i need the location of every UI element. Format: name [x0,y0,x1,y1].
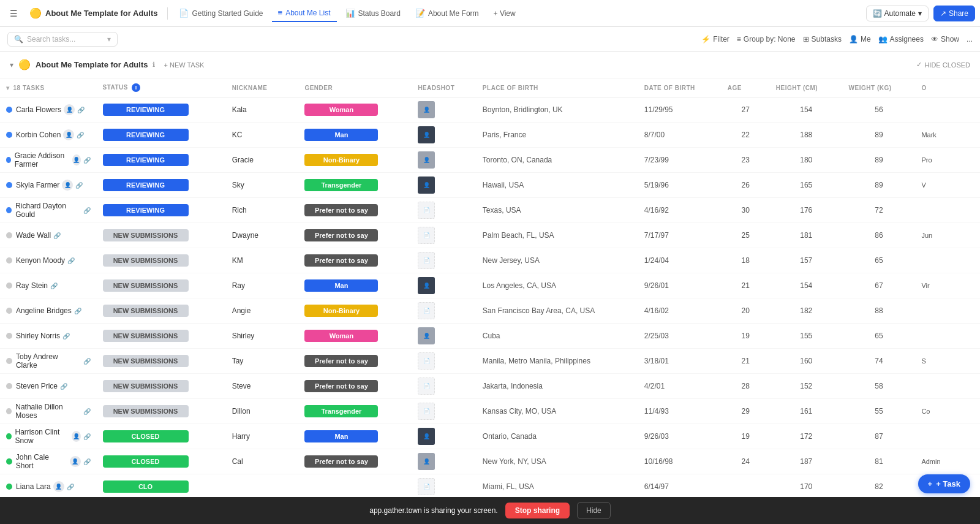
status-cell[interactable]: NEW SUBMISSIONS [97,374,226,399]
task-name[interactable]: Harrison Clint Snow [15,428,69,445]
me-btn[interactable]: 👤 Me [849,35,871,44]
group-by-btn[interactable]: ≡ Group by: None [737,35,796,44]
headshot-cell: 👤 [412,148,477,173]
task-name[interactable]: Wade Wall [16,231,51,240]
menu-icon[interactable]: ☰ [5,5,22,22]
status-cell[interactable]: REVIEWING [97,198,226,223]
task-name[interactable]: Angeline Bridges [16,306,72,315]
status-cell[interactable]: REVIEWING [97,123,226,148]
task-link-icon[interactable]: 🔗 [83,433,91,440]
subtasks-btn[interactable]: ⊞ Subtasks [803,35,842,44]
status-cell[interactable]: REVIEWING [97,97,226,123]
status-cell[interactable]: NEW SUBMISSIONS [97,248,226,273]
task-link-icon[interactable]: 🔗 [77,107,85,113]
status-cell[interactable]: CLO [97,474,226,499]
height-cell: 182 [770,298,843,324]
task-name[interactable]: Korbin Cohen [16,131,61,139]
status-cell[interactable]: CLOSED [97,449,226,474]
other-cell [915,248,980,273]
gender-cell: Prefer not to say [298,349,412,374]
status-cell[interactable]: REVIEWING [97,173,226,198]
task-link-icon[interactable]: 🔗 [67,484,74,490]
project-emoji: 🟡 [18,59,31,70]
status-badge: CLO [103,480,189,493]
gender-cell [298,474,412,499]
tab-getting-started[interactable]: 📄 Getting Started Guide [173,5,269,21]
task-name[interactable]: John Cale Short [16,453,67,470]
hide-closed-btn[interactable]: ✓ HIDE CLOSED [916,61,970,69]
task-name[interactable]: Skyla Farmer [16,181,59,189]
task-name[interactable]: Gracie Addison Farmer [15,151,70,169]
plus-view-btn[interactable]: + View [488,6,522,21]
task-name[interactable]: Carla Flowers [16,105,61,114]
task-link-icon[interactable]: 🔗 [83,358,91,365]
status-badge: REVIEWING [103,129,189,141]
status-cell[interactable]: CLOSED [97,424,226,449]
task-link-icon[interactable]: 🔗 [77,132,84,139]
project-collapse-icon[interactable]: ▾ [10,61,13,69]
task-name[interactable]: Nathalie Dillon Moses [15,403,80,420]
task-link-icon[interactable]: 🔗 [83,408,91,415]
status-cell[interactable]: REVIEWING [97,148,226,173]
col-header-age: AGE [722,78,770,97]
task-name[interactable]: Liana Lara [16,482,51,491]
show-btn[interactable]: 👁 Show [931,35,959,44]
more-btn[interactable]: ... [967,35,973,44]
headshot-cell: 📄 [412,474,477,499]
task-link-icon[interactable]: 🔗 [83,458,91,465]
status-cell[interactable]: NEW SUBMISSIONS [97,399,226,424]
place-birth-cell: Hawaii, USA [477,173,638,198]
task-link-icon[interactable]: 🔗 [74,308,81,314]
place-birth-cell: Boynton, Bridlington, UK [477,97,638,123]
dob-cell: 4/16/92 [638,198,722,223]
task-link-icon[interactable]: 🔗 [75,182,83,189]
avatar: 👤 [72,431,81,442]
filter-btn[interactable]: ⚡ Filter [701,35,729,44]
col-header-place-birth: PLACE OF BIRTH [477,78,638,97]
task-name[interactable]: Kenyon Moody [16,256,65,265]
task-link-icon[interactable]: 🔗 [62,333,70,340]
gender-cell: Woman [298,324,412,349]
task-link-icon[interactable]: 🔗 [50,283,58,289]
gender-badge: Prefer not to say [304,254,378,267]
automate-icon: 🔄 [873,9,882,18]
status-cell[interactable]: NEW SUBMISSIONS [97,349,226,374]
add-task-fab[interactable]: + + Task [918,474,970,493]
task-name[interactable]: Steven Price [16,382,58,390]
search-box[interactable]: 🔍 Search tasks... ▾ [7,32,118,47]
col-header-status[interactable]: STATUS i [97,78,226,97]
status-badge: NEW SUBMISSIONS [103,355,189,367]
task-name[interactable]: Shirley Norris [16,332,60,340]
task-name[interactable]: Ray Stein [16,281,48,290]
stop-sharing-btn[interactable]: Stop sharing [505,503,570,518]
task-link-icon[interactable]: 🔗 [83,207,91,214]
task-name[interactable]: Richard Dayton Gould [15,202,80,219]
row-dot [6,484,12,490]
new-task-btn[interactable]: + NEW TASK [160,59,208,70]
assignees-btn[interactable]: 👥 Assignees [878,35,924,44]
task-name[interactable]: Toby Andrew Clarke [16,352,81,370]
task-link-icon[interactable]: 🔗 [83,157,91,164]
task-link-icon[interactable]: 🔗 [60,383,67,390]
row-checkbox-cell: Carla Flowers 👤 🔗 [0,97,97,123]
task-link-icon[interactable]: 🔗 [67,257,75,264]
status-badge: REVIEWING [103,179,189,191]
status-cell[interactable]: NEW SUBMISSIONS [97,223,226,248]
share-btn[interactable]: ↗ Share [933,6,975,21]
status-cell[interactable]: NEW SUBMISSIONS [97,324,226,349]
row-checkbox-cell: Kenyon Moody 🔗 [0,248,97,273]
tab-about-me-form[interactable]: 📝 About Me Form [409,5,485,21]
gender-badge: Woman [304,330,378,342]
collapse-all-icon[interactable]: ▾ [6,85,10,91]
task-link-icon[interactable]: 🔗 [53,232,61,239]
tab-status-board[interactable]: 📊 Status Board [339,5,407,21]
task-name-cell: Angeline Bridges 🔗 [16,306,81,315]
automate-btn[interactable]: 🔄 Automate ▾ [866,6,929,21]
gender-cell: Prefer not to say [298,248,412,273]
hide-btn[interactable]: Hide [577,502,611,519]
task-name-cell: Steven Price 🔗 [16,382,67,390]
tab-about-me-list[interactable]: ≡ About Me List [272,4,337,22]
status-cell[interactable]: NEW SUBMISSIONS [97,298,226,324]
status-cell[interactable]: NEW SUBMISSIONS [97,273,226,298]
project-info-icon[interactable]: ℹ [153,61,155,69]
